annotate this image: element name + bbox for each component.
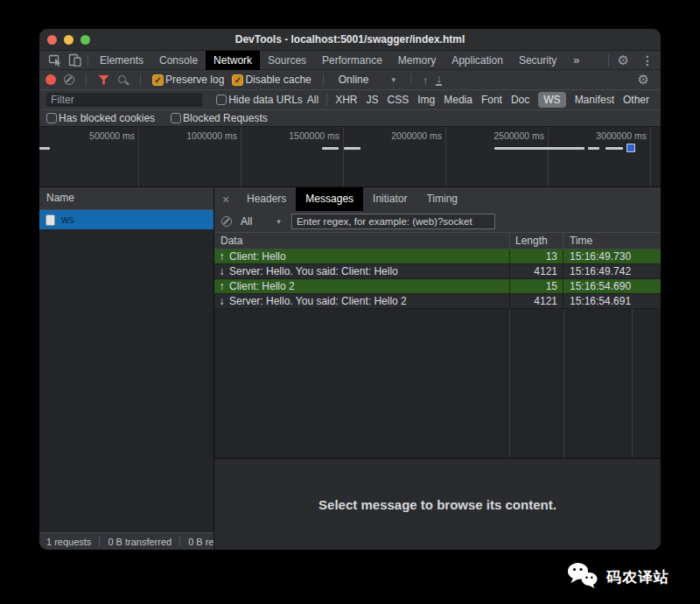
message-time: 15:16:49.730: [563, 249, 661, 263]
settings-gear-icon[interactable]: ⚙: [612, 53, 634, 68]
message-data: Client: Hello 2: [229, 279, 509, 293]
filter-icon[interactable]: [98, 75, 109, 85]
tab-memory[interactable]: Memory: [390, 51, 444, 70]
hide-data-urls-checkbox[interactable]: [216, 95, 227, 105]
timeline-tick-label: 500000 ms: [40, 130, 135, 141]
timeline-tick-label: 2000000 ms: [347, 130, 442, 141]
has-blocked-cookies-checkbox[interactable]: [46, 113, 57, 123]
transferred-size: 0 B transferred: [108, 537, 172, 547]
type-filter-font[interactable]: Font: [481, 94, 502, 106]
clear-icon[interactable]: [64, 74, 74, 85]
network-statusbar: 1 requests 0 B transferred 0 B re: [39, 532, 214, 550]
tab-headers[interactable]: Headers: [237, 187, 296, 211]
message-length: 4121: [509, 264, 563, 278]
type-filter-other[interactable]: Other: [623, 94, 649, 106]
tab-elements[interactable]: Elements: [92, 51, 151, 70]
message-time: 15:16:54.690: [563, 279, 661, 293]
close-window-button[interactable]: [47, 35, 57, 45]
menu-dots-icon[interactable]: ⋮: [634, 53, 661, 67]
messages-filter-row: All ▾: [214, 211, 661, 233]
minimize-window-button[interactable]: [64, 35, 74, 45]
tab-initiator[interactable]: Initiator: [363, 187, 416, 211]
traffic-lights: [47, 35, 90, 45]
preserve-log-checkbox[interactable]: [152, 74, 164, 86]
blocked-requests-checkbox[interactable]: [171, 113, 181, 123]
network-overview-timeline[interactable]: 500000 ms 1000000 ms 1500000 ms 2000000 …: [39, 127, 661, 187]
requests-panel: Name ws 1 requests 0 B transferred 0 B r…: [39, 187, 214, 550]
type-filter-xhr[interactable]: XHR: [335, 94, 357, 106]
sent-arrow-icon: [214, 279, 229, 293]
inspect-element-icon[interactable]: [46, 51, 65, 70]
hide-data-urls-label: Hide data URLs: [228, 94, 303, 106]
tab-timing[interactable]: Timing: [416, 187, 467, 211]
search-icon[interactable]: [117, 74, 129, 86]
tab-security[interactable]: Security: [511, 51, 564, 70]
column-header-length[interactable]: Length: [509, 233, 563, 249]
request-row-ws[interactable]: ws: [39, 210, 214, 229]
page-background: DevTools - localhost:5001/swagger/index.…: [0, 0, 700, 604]
type-filter-all[interactable]: All: [307, 94, 318, 106]
received-arrow-icon: [214, 264, 229, 278]
tab-messages[interactable]: Messages: [296, 187, 363, 211]
tab-application[interactable]: Application: [444, 51, 511, 70]
import-har-icon[interactable]: ↑: [423, 74, 429, 87]
message-row[interactable]: Client: Hello 2 15 15:16:54.690: [214, 279, 661, 294]
websocket-request-marker: [626, 144, 635, 152]
close-details-icon[interactable]: ×: [214, 193, 237, 207]
record-button[interactable]: [46, 74, 56, 85]
type-filter-manifest[interactable]: Manifest: [575, 94, 614, 106]
disable-cache-checkbox[interactable]: [232, 74, 243, 86]
blocked-filter-row: Has blocked cookies Blocked Requests: [39, 110, 661, 127]
tab-network[interactable]: Network: [206, 51, 260, 70]
throttling-dropdown[interactable]: Online ▾: [335, 74, 399, 86]
name-column-header[interactable]: Name: [39, 187, 214, 210]
tab-sources[interactable]: Sources: [260, 51, 314, 70]
tab-performance[interactable]: Performance: [314, 51, 390, 70]
column-header-time[interactable]: Time: [563, 233, 661, 249]
export-har-icon[interactable]: ↓: [436, 74, 442, 86]
timeline-tick-label: 1000000 ms: [143, 130, 237, 141]
requests-empty-area: [39, 229, 214, 532]
divider: [326, 94, 327, 106]
type-filter-ws[interactable]: WS: [538, 92, 565, 108]
sent-arrow-icon: [214, 249, 229, 263]
messages-table-header: Data Length Time: [214, 233, 661, 249]
network-settings-gear-icon[interactable]: ⚙: [633, 72, 654, 88]
websocket-doc-icon: [46, 214, 55, 226]
devtools-tabbar: Elements Console Network Sources Perform…: [39, 51, 661, 70]
network-toolbar: Preserve log Disable cache Online ▾ ↑ ↓ …: [39, 70, 661, 90]
timeline-gridline: [343, 127, 344, 186]
chevron-down-icon: ▾: [391, 75, 396, 84]
divider: [99, 537, 100, 546]
clear-messages-icon[interactable]: [221, 216, 232, 227]
device-toolbar-icon[interactable]: [65, 51, 84, 70]
resources-size: 0 B re: [188, 537, 214, 547]
divider: [410, 74, 411, 86]
message-data: Server: Hello. You said: Client: Hello 2: [229, 294, 509, 308]
divider: [86, 74, 87, 86]
zoom-window-button[interactable]: [80, 35, 90, 45]
message-type-filter[interactable]: All: [241, 215, 252, 228]
watermark: 码农译站: [567, 562, 669, 593]
tab-console[interactable]: Console: [151, 51, 206, 70]
column-header-data[interactable]: Data: [214, 233, 509, 249]
divider: [323, 74, 324, 86]
message-row[interactable]: Client: Hello 13 15:16:49.730: [214, 249, 661, 264]
disable-cache-label: Disable cache: [245, 74, 311, 86]
type-filter-js[interactable]: JS: [367, 94, 379, 106]
preserve-log-label: Preserve log: [165, 74, 224, 86]
details-tabbar: × Headers Messages Initiator Timing: [214, 187, 661, 211]
timeline-tick-label: 2500000 ms: [450, 130, 544, 141]
message-regex-input[interactable]: [291, 214, 495, 229]
more-tabs-chevron[interactable]: »: [564, 53, 588, 67]
timeline-gridline: [650, 127, 651, 186]
message-row[interactable]: Server: Hello. You said: Client: Hello 2…: [214, 294, 661, 309]
message-row[interactable]: Server: Hello. You said: Client: Hello 4…: [214, 264, 661, 279]
type-filter-img[interactable]: Img: [417, 94, 435, 106]
message-length: 4121: [509, 294, 563, 308]
chevron-down-icon[interactable]: ▾: [276, 217, 281, 226]
filter-input[interactable]: [46, 93, 202, 107]
type-filter-media[interactable]: Media: [444, 94, 472, 106]
type-filter-css[interactable]: CSS: [388, 94, 410, 106]
type-filter-doc[interactable]: Doc: [511, 94, 529, 106]
